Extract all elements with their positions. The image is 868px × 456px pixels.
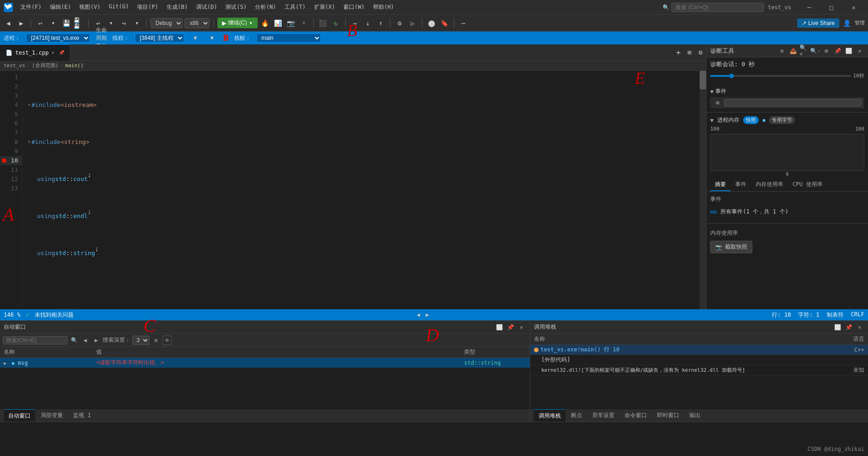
cursor-line[interactable]: 行: 10 <box>772 311 791 319</box>
menu-analyze[interactable]: 分析(N) <box>251 2 280 12</box>
save-all-button[interactable]: 💾💾 <box>74 18 85 29</box>
diag-refresh-button[interactable]: ⊞ <box>822 46 831 56</box>
encoding[interactable]: CRLF <box>851 311 864 319</box>
breadcrumb-fn[interactable]: main() <box>65 62 84 69</box>
new-tab-button[interactable]: + <box>673 47 684 58</box>
show-next-stmt-button[interactable]: ⚙ <box>394 18 405 29</box>
close-button[interactable]: ✕ <box>843 0 864 15</box>
manage-button[interactable]: 管理 <box>854 18 865 29</box>
auto-window-float-button[interactable]: ⬜ <box>495 323 504 332</box>
depth-select[interactable]: 3 <box>132 336 149 345</box>
continue-dropdown-arrow[interactable]: ▼ <box>249 21 253 25</box>
expand-icon[interactable]: ▶ <box>4 361 6 366</box>
call-stack-close-button[interactable]: ✕ <box>855 323 864 332</box>
menu-help[interactable]: 帮助(H) <box>369 2 398 12</box>
back-button[interactable]: ◀ <box>3 18 14 29</box>
platform-dropdown[interactable]: x86 <box>185 18 210 28</box>
memory-bytes-badge[interactable]: 专用字节 <box>769 116 795 124</box>
stack-dropdown[interactable]: main <box>256 33 321 43</box>
cs-row-main[interactable]: test_vs.exe!main() 行 10 C++ <box>530 345 868 355</box>
fold-icon-2[interactable]: ▼ <box>28 137 31 147</box>
diag-pin-button[interactable]: 📌 <box>833 46 842 56</box>
auto-back-button[interactable]: ◀ <box>81 336 90 345</box>
cs-tab-immediate[interactable]: 即时窗口 <box>652 409 684 422</box>
cs-row-external[interactable]: [外部代码] <box>530 355 868 365</box>
step-into-button[interactable]: ↓ <box>362 18 373 29</box>
cs-tab-callstack[interactable]: 调用堆栈 <box>534 409 565 422</box>
maximize-button[interactable]: □ <box>821 0 842 15</box>
auto-search-icon[interactable]: 🔍 <box>69 336 79 345</box>
zoom-level[interactable]: 146 % <box>4 312 20 318</box>
step-over-button[interactable]: → <box>349 18 360 29</box>
diag-zoom-in-button[interactable]: 🔍+ <box>800 46 809 56</box>
scroll-right[interactable]: ▶ <box>426 312 429 318</box>
split-editor-button[interactable]: ⊞ <box>684 47 695 58</box>
menu-test[interactable]: 测试(S) <box>222 2 250 12</box>
redo-button[interactable]: ↪ <box>118 18 130 29</box>
editor-scrollbar[interactable] <box>700 71 706 309</box>
menu-git[interactable]: Git(G) <box>105 2 132 12</box>
restart-button[interactable]: ↻ <box>330 18 341 29</box>
auto-tab-locals[interactable]: 局部变量 <box>36 409 68 422</box>
diag-zoom-out-button[interactable]: 🔍- <box>811 46 820 56</box>
snapshot-button[interactable]: 📷 <box>285 18 297 29</box>
diag-tab-summary[interactable]: 摘要 <box>710 179 731 191</box>
auto-forward-button[interactable]: ▶ <box>92 336 101 345</box>
menu-project[interactable]: 项目(P) <box>133 2 162 12</box>
forward-button[interactable]: ▶ <box>16 18 27 29</box>
auto-window-close-button[interactable]: ✕ <box>517 323 526 332</box>
memory-snapshot-badge[interactable]: 快照 <box>743 116 759 124</box>
cs-tab-exceptions[interactable]: 异常设置 <box>588 409 619 422</box>
live-share-button[interactable]: ↗ Live Share <box>797 19 839 28</box>
step-out-button[interactable]: ↑ <box>375 18 386 29</box>
scrollbar-thumb[interactable] <box>700 71 706 89</box>
account-button[interactable]: 👤 <box>841 18 852 29</box>
auto-settings-button[interactable]: ⚙ <box>151 336 161 345</box>
code-content[interactable]: ▼#include <iostream> ▼#include <string> … <box>22 71 700 309</box>
auto-search-input[interactable] <box>3 336 68 344</box>
menu-debug[interactable]: 调试(D) <box>192 2 221 12</box>
menu-extensions[interactable]: 扩展(X) <box>310 2 339 12</box>
diag-tab-memory[interactable]: 内存使用率 <box>751 179 788 191</box>
toolbar-more[interactable]: ⋯ <box>458 18 469 29</box>
breadcrumb-scope[interactable]: (全局范围) <box>32 62 58 69</box>
diag-export-button[interactable]: 📤 <box>788 46 798 56</box>
call-stack-float-button[interactable]: ⬜ <box>833 323 842 332</box>
diag-time-slider[interactable] <box>710 75 851 77</box>
cursor-col[interactable]: 字符: 1 <box>798 311 819 319</box>
auto-columns-button[interactable]: ⊞ <box>162 336 172 345</box>
thread-dropdown[interactable]: [3848] 主线程 <box>135 33 184 43</box>
undo-dropdown[interactable]: ▼ <box>48 18 59 29</box>
save-button[interactable]: 💾 <box>61 18 72 29</box>
perf-button[interactable]: ⚡ <box>298 18 310 29</box>
tab-type[interactable]: 制表符 <box>827 311 843 319</box>
filter2-button[interactable]: ▼ <box>206 32 217 44</box>
auto-tab-watch[interactable]: 监视 1 <box>68 409 95 422</box>
auto-tab-autos[interactable]: 自动窗口 <box>4 409 35 422</box>
auto-window-pin-button[interactable]: 📌 <box>506 323 515 332</box>
bookmark-button[interactable]: 🔖 <box>439 18 450 29</box>
run-to-cursor-button[interactable]: ▷ <box>407 18 418 29</box>
title-search-input[interactable] <box>671 3 764 12</box>
diag-settings-button[interactable]: ⚙ <box>777 46 787 56</box>
diag-tab-cpu[interactable]: CPU 使用率 <box>788 179 827 191</box>
event-collapse-icon[interactable]: ▼ <box>710 88 713 95</box>
debug-config-dropdown[interactable]: Debug <box>150 18 183 28</box>
undo2-dropdown[interactable]: ▼ <box>105 18 117 29</box>
hot-reload-button[interactable]: 🔥 <box>260 18 271 29</box>
menu-window[interactable]: 窗口(W) <box>340 2 368 12</box>
tab-close-button[interactable]: ✕ <box>51 50 54 55</box>
diag-close-button[interactable]: ✕ <box>855 46 864 56</box>
menu-tools[interactable]: 工具(T) <box>281 2 310 12</box>
event-search-input[interactable] <box>724 99 862 106</box>
editor-tab-active[interactable]: 📄 test_1.cpp ✕ 📌 <box>0 44 70 61</box>
process-dropdown[interactable]: [24716] test_vs.exe <box>26 33 90 43</box>
diag-tab-events[interactable]: 事件 <box>731 179 751 191</box>
fold-icon-1[interactable]: ▼ <box>28 100 31 110</box>
cs-tab-breakpoints[interactable]: 断点 <box>566 409 587 422</box>
cs-row-kernel[interactable]: kernel32.dll![下面的框架可能不正确和/或缺失，没有为 kernel… <box>530 365 868 375</box>
redo-dropdown[interactable]: ▼ <box>131 18 143 29</box>
scroll-left[interactable]: ◀ <box>417 312 420 318</box>
filter-button[interactable]: ▼ <box>190 32 201 44</box>
call-stack-pin-button[interactable]: 📌 <box>844 323 853 332</box>
